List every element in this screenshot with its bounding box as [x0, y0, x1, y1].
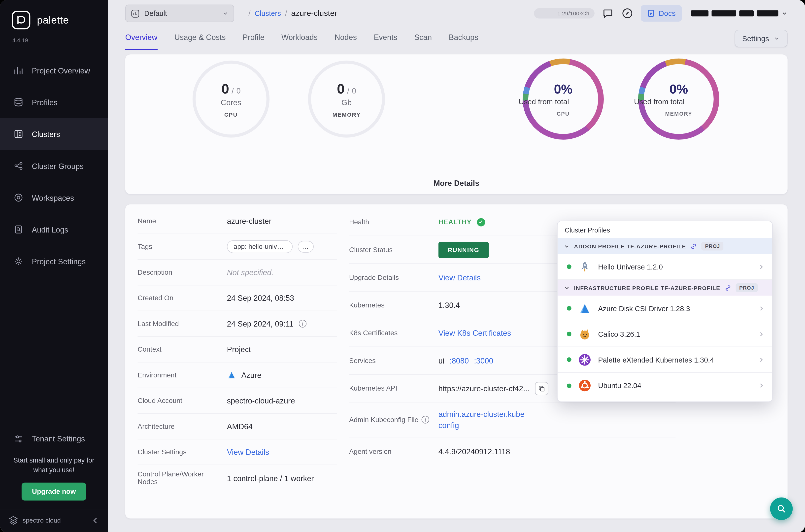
- memory-usage-label: Used from total: [634, 97, 723, 106]
- tab-scan[interactable]: Scan: [414, 27, 432, 50]
- profile-layer-ubuntu[interactable]: Ubuntu 22.04: [558, 373, 772, 398]
- docs-button[interactable]: Docs: [641, 5, 682, 22]
- health-status-value: HEALTHY: [439, 218, 472, 226]
- detail-label: Cloud Account: [137, 397, 227, 404]
- status-dot: [567, 306, 572, 311]
- cpu-usage-label: Used from total: [519, 97, 608, 106]
- sidebar-item-project-settings[interactable]: Project Settings: [0, 245, 108, 277]
- memory-usage-percent: 0%: [670, 82, 688, 96]
- service-port-3000-link[interactable]: :3000: [474, 356, 493, 365]
- gauge-separator: /: [347, 86, 349, 95]
- detail-label: Health: [349, 218, 439, 226]
- detail-row-kubeconfig: Admin Kubeconfig File i admin.azure-clus…: [349, 402, 676, 437]
- info-icon[interactable]: i: [299, 320, 306, 327]
- description-value: Not specified.: [227, 268, 332, 277]
- info-icon[interactable]: i: [422, 416, 429, 423]
- more-tags-chip[interactable]: ...: [298, 241, 314, 253]
- detail-label: K8s Certificates: [349, 329, 439, 337]
- detail-label: Name: [137, 217, 227, 225]
- detail-label: Admin Kubeconfig File: [349, 416, 418, 423]
- link-icon[interactable]: [724, 284, 731, 291]
- copy-icon[interactable]: [535, 382, 548, 395]
- sidebar-item-workspaces[interactable]: Workspaces: [0, 182, 108, 213]
- link-icon[interactable]: [690, 243, 697, 250]
- status-dot: [567, 332, 572, 337]
- project-selector-value: Default: [144, 9, 218, 17]
- memory-usage-caption: MEMORY: [665, 110, 692, 117]
- scope-badge: PROJ: [702, 242, 724, 250]
- upgrade-view-details-link[interactable]: View Details: [439, 273, 481, 282]
- addon-profile-name: ADDON PROFILE TF-AZURE-PROFILE: [574, 243, 686, 249]
- profile-layer-name: Hello Universe 1.2.0: [598, 263, 751, 271]
- brand-footer: spectro cloud: [0, 509, 108, 532]
- memory-used-value: 0: [337, 81, 345, 97]
- azure-icon: [578, 302, 592, 315]
- addon-profile-section-header[interactable]: ADDON PROFILE TF-AZURE-PROFILE PROJ: [558, 238, 772, 254]
- nodes-value: 1 control-plane / 1 worker: [227, 474, 332, 482]
- status-badge: RUNNING: [439, 242, 488, 258]
- search-fab-button[interactable]: [770, 497, 792, 520]
- azure-icon: [227, 370, 236, 380]
- memory-usage-donut: 0% Used from total MEMORY: [638, 59, 720, 140]
- detail-label: Created On: [137, 294, 227, 302]
- sidebar-item-cluster-groups[interactable]: Cluster Groups: [0, 150, 108, 182]
- service-port-8080-link[interactable]: :8080: [449, 356, 469, 365]
- profile-layer-palette-extended-kubernetes[interactable]: Palette eXtended Kubernetes 1.30.4: [558, 347, 772, 373]
- kubeconfig-download-link[interactable]: admin.azure-cluster.kubeconfig: [439, 408, 527, 431]
- chevron-right-icon: [758, 263, 765, 270]
- upgrade-now-button[interactable]: Upgrade now: [22, 482, 86, 500]
- tab-workloads[interactable]: Workloads: [282, 27, 318, 50]
- last-modified-value: 24 Sep 2024, 09:11: [227, 319, 293, 328]
- breadcrumb-clusters-link[interactable]: Clusters: [255, 9, 281, 17]
- audit-logs-icon: [14, 224, 23, 234]
- sidebar-item-profiles[interactable]: Profiles: [0, 87, 108, 118]
- tag-chip[interactable]: app: hello-univer...: [227, 240, 292, 253]
- sidebar-item-project-overview[interactable]: Project Overview: [0, 54, 108, 86]
- kubernetes-api-value: https://azure-cluster-cf42...: [439, 384, 530, 393]
- context-value: Project: [227, 345, 332, 354]
- view-k8s-certificates-link[interactable]: View K8s Certificates: [439, 328, 511, 337]
- profile-layer-hello-universe[interactable]: Hello Universe 1.2.0: [558, 254, 772, 280]
- tab-profile[interactable]: Profile: [243, 27, 265, 50]
- sidebar-item-tenant-settings[interactable]: Tenant Settings: [0, 426, 108, 452]
- detail-label: Kubernetes: [349, 301, 439, 309]
- memory-gauge-caption: MEMORY: [332, 111, 361, 117]
- breadcrumb-separator: /: [285, 9, 287, 17]
- memory-gauge: 0 / 0 Gb MEMORY: [308, 60, 385, 137]
- workspaces-icon: [14, 193, 23, 203]
- project-selector[interactable]: Default: [125, 5, 234, 22]
- cluster-settings-view-details-link[interactable]: View Details: [227, 448, 269, 456]
- infrastructure-profile-section-header[interactable]: INFRASTRUCTURE PROFILE TF-AZURE-PROFILE …: [558, 280, 772, 296]
- redacted-account-text: [691, 10, 708, 16]
- sidebar-item-label: Project Overview: [32, 66, 90, 75]
- compass-icon[interactable]: [621, 7, 634, 20]
- sidebar-item-label: Clusters: [32, 130, 60, 138]
- detail-label: Description: [137, 268, 227, 276]
- tab-usage-costs[interactable]: Usage & Costs: [174, 27, 226, 50]
- palette-logo: palette: [0, 0, 108, 33]
- more-details-button[interactable]: More Details: [125, 179, 788, 187]
- brand-footer-label: spectro cloud: [23, 517, 87, 524]
- bar-chart-icon: [14, 65, 23, 75]
- detail-label: Architecture: [137, 422, 227, 430]
- tab-events[interactable]: Events: [374, 27, 397, 50]
- scope-badge: PROJ: [736, 283, 758, 292]
- detail-label: Control Plane/Worker Nodes: [137, 470, 227, 486]
- account-menu[interactable]: [691, 10, 788, 16]
- tab-overview[interactable]: Overview: [125, 27, 157, 50]
- tab-backups[interactable]: Backups: [449, 27, 478, 50]
- chat-icon[interactable]: [602, 7, 614, 20]
- project-chart-icon: [131, 9, 140, 18]
- sidebar-collapse-icon[interactable]: [91, 517, 99, 525]
- breadcrumb: / Clusters / azure-cluster: [248, 9, 337, 18]
- profile-layer-azure-disk-csi[interactable]: Azure Disk CSI Driver 1.28.3: [558, 296, 772, 321]
- docs-button-label: Docs: [658, 9, 675, 17]
- sidebar-item-clusters[interactable]: Clusters: [0, 118, 108, 150]
- cluster-tabs: Overview Usage & Costs Profile Workloads…: [108, 27, 805, 50]
- settings-button[interactable]: Settings: [734, 30, 788, 47]
- tab-nodes[interactable]: Nodes: [334, 27, 357, 50]
- sidebar-item-audit-logs[interactable]: Audit Logs: [0, 214, 108, 245]
- settings-button-label: Settings: [742, 35, 769, 43]
- profile-layer-calico[interactable]: Calico 3.26.1: [558, 321, 772, 347]
- detail-row-last-modified: Last Modified 24 Sep 2024, 09:11 i: [137, 311, 337, 337]
